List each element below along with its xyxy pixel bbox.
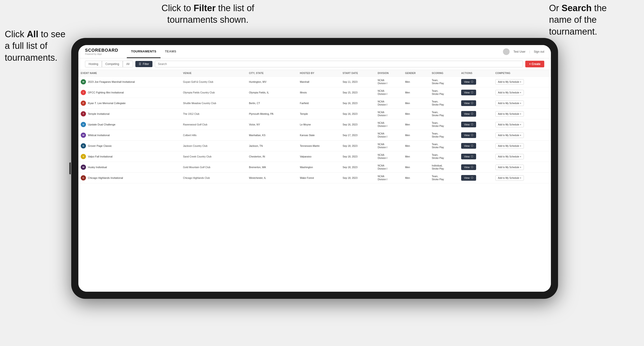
view-button[interactable]: View ⓘ bbox=[461, 175, 476, 181]
start-date-cell: Sep 16, 2023 bbox=[340, 98, 376, 109]
table-row: W Wildcat Invitational Colbert HillsManh… bbox=[78, 130, 551, 141]
action-cell: View ⓘ bbox=[459, 173, 493, 183]
add-to-schedule-button[interactable]: Add to My Schedule + bbox=[495, 154, 524, 159]
competing-tab[interactable]: Competing bbox=[102, 61, 123, 67]
division-cell: NCAADivision I bbox=[376, 151, 403, 162]
venue-cell: Gold Mountain Golf Club bbox=[181, 162, 247, 173]
hosted-by-cell: Kansas State bbox=[298, 130, 340, 141]
col-competing: COMPETING bbox=[493, 70, 551, 77]
city-state-cell: Jackson, TN bbox=[246, 141, 297, 151]
hosted-by-cell: Valparaiso bbox=[298, 151, 340, 162]
add-to-schedule-button[interactable]: Add to My Schedule + bbox=[495, 101, 524, 106]
col-start-date: START DATE bbox=[340, 70, 376, 77]
event-name-cell: T Temple Invitational bbox=[78, 109, 181, 119]
start-date-cell: Sep 17, 2023 bbox=[340, 130, 376, 141]
add-to-schedule-button[interactable]: Add to My Schedule + bbox=[495, 122, 524, 127]
event-name: Grover Page Classic bbox=[88, 145, 112, 147]
logo-sub: Powered by clippi bbox=[85, 53, 118, 55]
scoring-cell: Team,Stroke Play bbox=[429, 109, 459, 119]
filter-label: Filter bbox=[143, 62, 149, 66]
col-division: DIVISION bbox=[376, 70, 403, 77]
venue-cell: Ravenwood Golf Club bbox=[181, 119, 247, 130]
col-gender: GENDER bbox=[403, 70, 429, 77]
table-row: V Valpo Fall Invitational Sand Creek Cou… bbox=[78, 151, 551, 162]
team-logo: I bbox=[81, 90, 86, 95]
scoring-cell: Team,Stroke Play bbox=[429, 77, 459, 87]
competing-cell: Add to My Schedule + bbox=[493, 119, 551, 130]
team-logo: V bbox=[81, 154, 86, 159]
view-button[interactable]: View ⓘ bbox=[461, 100, 476, 106]
view-button[interactable]: View ⓘ bbox=[461, 132, 476, 138]
table-row: U Upstate Dual Challenge Ravenwood Golf … bbox=[78, 119, 551, 130]
nav-tab-teams[interactable]: TEAMS bbox=[160, 45, 180, 58]
event-name-cell: W Husky Individual bbox=[78, 162, 181, 173]
add-to-schedule-button[interactable]: Add to My Schedule + bbox=[495, 90, 524, 95]
col-event-name: EVENT NAME bbox=[78, 70, 181, 77]
event-name-cell: U Upstate Dual Challenge bbox=[78, 119, 181, 130]
hosted-by-cell: Temple bbox=[298, 109, 340, 119]
view-button[interactable]: View ⓘ bbox=[461, 79, 476, 85]
gender-cell: Men bbox=[403, 162, 429, 173]
sign-out-link[interactable]: Sign out bbox=[534, 50, 544, 53]
add-to-schedule-button[interactable]: Add to My Schedule + bbox=[495, 175, 524, 181]
city-state-cell: Westchester, IL bbox=[246, 173, 297, 183]
action-cell: View ⓘ bbox=[459, 87, 493, 98]
add-to-schedule-button[interactable]: Add to My Schedule + bbox=[495, 79, 524, 85]
team-logo: M bbox=[81, 79, 86, 84]
header-divider: | bbox=[529, 50, 530, 53]
action-cell: View ⓘ bbox=[459, 141, 493, 151]
city-state-cell: Bremerton, WA bbox=[246, 162, 297, 173]
col-actions: ACTIONS bbox=[459, 70, 493, 77]
user-name: Test User bbox=[514, 50, 526, 53]
add-to-schedule-button[interactable]: Add to My Schedule + bbox=[495, 165, 524, 170]
event-name: Husky Individual bbox=[88, 166, 107, 169]
division-cell: NCAADivision I bbox=[376, 77, 403, 87]
team-logo: U bbox=[81, 122, 86, 127]
add-to-schedule-button[interactable]: Add to My Schedule + bbox=[495, 143, 524, 149]
add-to-schedule-button[interactable]: Add to My Schedule + bbox=[495, 133, 524, 138]
view-button[interactable]: View ⓘ bbox=[461, 154, 476, 159]
division-cell: NCAADivision I bbox=[376, 162, 403, 173]
view-button[interactable]: View ⓘ bbox=[461, 90, 476, 95]
action-cell: View ⓘ bbox=[459, 130, 493, 141]
view-button[interactable]: View ⓘ bbox=[461, 111, 476, 117]
annotation-search: Or Search the name of the tournament. bbox=[549, 2, 630, 37]
add-to-schedule-button[interactable]: Add to My Schedule + bbox=[495, 111, 524, 117]
venue-cell: Jackson Country Club bbox=[181, 141, 247, 151]
nav-tab-tournaments[interactable]: TOURNAMENTS bbox=[127, 45, 160, 58]
view-button[interactable]: View ⓘ bbox=[461, 143, 476, 149]
table-row: M 2023 Joe Feaganes Marshall Invitationa… bbox=[78, 77, 551, 87]
division-cell: NCAADivision I bbox=[376, 98, 403, 109]
event-name: Chicago Highlands Invitational bbox=[88, 176, 123, 179]
city-state-cell: Berlin, CT bbox=[246, 98, 297, 109]
action-cell: View ⓘ bbox=[459, 119, 493, 130]
filter-icon: ☰ bbox=[139, 62, 141, 66]
competing-cell: Add to My Schedule + bbox=[493, 77, 551, 87]
event-name-cell: I OFCC Fighting Illini Invitational bbox=[78, 87, 181, 98]
toolbar: Hosting Competing All ☰ Filter + Create bbox=[78, 58, 551, 70]
start-date-cell: Sep 15, 2023 bbox=[340, 87, 376, 98]
table-row: W Husky Individual Gold Mountain Golf Cl… bbox=[78, 162, 551, 173]
table-row: T Temple Invitational The 1912 ClubPlymo… bbox=[78, 109, 551, 119]
col-city-state: CITY, STATE bbox=[246, 70, 297, 77]
view-button[interactable]: View ⓘ bbox=[461, 122, 476, 127]
view-button[interactable]: View ⓘ bbox=[461, 164, 476, 170]
filter-button[interactable]: ☰ Filter bbox=[135, 61, 152, 67]
start-date-cell: Sep 11, 2023 bbox=[340, 77, 376, 87]
all-tab[interactable]: All bbox=[123, 61, 133, 67]
scoring-cell: Team,Stroke Play bbox=[429, 173, 459, 183]
action-cell: View ⓘ bbox=[459, 98, 493, 109]
hosting-tab[interactable]: Hosting bbox=[85, 61, 102, 67]
start-date-cell: Sep 18, 2023 bbox=[340, 173, 376, 183]
search-input[interactable] bbox=[155, 61, 523, 67]
tablet-shell: SCOREBOARD Powered by clippi TOURNAMENTS… bbox=[71, 38, 558, 299]
competing-cell: Add to My Schedule + bbox=[493, 98, 551, 109]
tournaments-table: EVENT NAME VENUE CITY, STATE HOSTED BY S… bbox=[78, 70, 551, 183]
user-avatar bbox=[503, 48, 510, 55]
city-state-cell: Huntington, WV bbox=[246, 77, 297, 87]
hosted-by-cell: Illinois bbox=[298, 87, 340, 98]
create-button[interactable]: + Create bbox=[525, 61, 544, 67]
gender-cell: Men bbox=[403, 109, 429, 119]
action-cell: View ⓘ bbox=[459, 151, 493, 162]
header-right: Test User | Sign out bbox=[503, 48, 544, 55]
